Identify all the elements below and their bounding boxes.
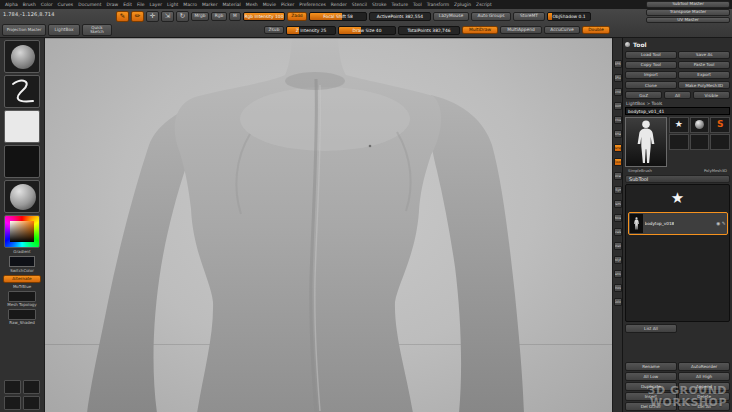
double-button[interactable]: Double (582, 26, 610, 35)
tray-thumbnail[interactable] (23, 380, 40, 394)
viewport-control-button[interactable]: Scale (614, 228, 622, 236)
lazymouse-button[interactable]: LazyMouse (433, 12, 469, 21)
objshadow-slider[interactable]: ObjShadow 0.1 (547, 12, 591, 21)
tray-thumbnail[interactable] (4, 380, 21, 394)
tool-file-button[interactable]: Make PolyMesh3D (678, 81, 730, 90)
lightbox-button[interactable]: LightBox (48, 24, 80, 36)
tray-thumbnail[interactable] (4, 396, 21, 410)
auto-groups-button[interactable]: Auto Groups (471, 12, 511, 21)
viewport-control-button[interactable]: Frame (614, 200, 622, 208)
menu-item[interactable]: Mesh (246, 2, 258, 7)
tool-file-button[interactable]: Import (625, 71, 677, 80)
list-all-button[interactable]: List All (625, 324, 677, 333)
tray-item-thumbnail[interactable] (8, 291, 36, 302)
menu-item[interactable]: Curves (58, 2, 74, 7)
viewport-control-button[interactable]: Zoom (614, 102, 622, 110)
menu-item[interactable]: Alpha (5, 2, 18, 7)
menu-item[interactable]: Picker (281, 2, 294, 7)
menu-item[interactable]: File (137, 2, 145, 7)
tray-item-thumbnail[interactable] (8, 309, 36, 320)
menu-item[interactable]: Light (167, 2, 178, 7)
subtool-action-button[interactable]: Rename (625, 362, 677, 371)
menu-item[interactable]: Color (41, 2, 53, 7)
viewport-control-button[interactable]: Ghost (614, 284, 622, 292)
quick-pick-empty[interactable] (710, 134, 730, 150)
viewport-control-button[interactable]: SPix (614, 74, 622, 82)
quick-pick-polymesh-star[interactable]: ★ (669, 117, 689, 133)
draw-size-slider[interactable]: Draw Size 40 (338, 26, 396, 35)
visibility-eye-icon[interactable]: ◉ (716, 221, 720, 226)
current-stroke-thumbnail[interactable] (4, 75, 40, 108)
menu-item[interactable]: Draw (107, 2, 119, 7)
quick-pick-empty[interactable] (690, 134, 710, 150)
viewport-control-button[interactable]: L.Sym (614, 186, 622, 194)
accucurve-button[interactable]: AccuCurve (544, 26, 580, 35)
viewport-control-button[interactable]: Transp (614, 270, 622, 278)
move-button[interactable]: ✛ (146, 11, 159, 22)
subtool-action-button[interactable]: AutoReorder (678, 362, 730, 371)
menu-item[interactable]: Tool (413, 2, 422, 7)
viewport-control-button[interactable]: Solo (614, 298, 622, 306)
zadd-button[interactable]: Zadd (287, 12, 307, 21)
zplugin-button[interactable]: Transpose Master (646, 9, 730, 16)
menu-item[interactable]: Layer (150, 2, 163, 7)
menu-item[interactable]: Zscript (476, 2, 492, 7)
tool-file-button[interactable]: Paste Tool (678, 61, 730, 70)
projection-master-button[interactable]: Projection Master (2, 24, 46, 36)
menu-item[interactable]: Zplugin (454, 2, 471, 7)
menu-item[interactable]: Marker (202, 2, 218, 7)
zplugin-button[interactable]: SubTool Master (646, 1, 730, 8)
menu-item[interactable]: Edit (123, 2, 132, 7)
zsub-button[interactable]: Zsub (264, 26, 284, 35)
tool-file-button[interactable]: Copy Tool (625, 61, 677, 70)
alternate-button[interactable]: Alternate (3, 275, 41, 283)
storemt-button[interactable]: StoreMT (513, 12, 545, 21)
current-texture-thumbnail[interactable] (4, 145, 40, 178)
current-color-swatch[interactable] (9, 256, 35, 267)
viewport-control-button[interactable]: Rotate (614, 242, 622, 250)
menu-item[interactable]: Macro (183, 2, 197, 7)
menu-item[interactable]: Preferences (299, 2, 325, 7)
current-tool-thumbnail[interactable] (625, 117, 667, 167)
viewport-control-button[interactable]: Move (614, 214, 622, 222)
sculpt-viewport[interactable] (45, 38, 612, 412)
quick-pick-empty[interactable] (669, 134, 689, 150)
menu-item[interactable]: Transform (427, 2, 449, 7)
multiappend-button[interactable]: MultiAppend (500, 26, 542, 35)
tray-item[interactable]: Raw_Shaded (8, 309, 36, 325)
tray-thumbnail[interactable] (23, 396, 40, 410)
goz-button[interactable]: All (664, 91, 691, 100)
tray-item[interactable]: Mesh Topology (7, 291, 36, 307)
viewport-control-button[interactable]: Local (614, 172, 622, 180)
viewport-control-button[interactable]: Actual (614, 116, 622, 124)
current-alpha-thumbnail[interactable] (4, 110, 40, 143)
rotate-button[interactable]: ↻ (176, 11, 189, 22)
focal-shift-slider[interactable]: Focal Shift 58 (309, 12, 367, 21)
rgb-button[interactable]: Rgb (211, 12, 227, 21)
tool-file-button[interactable]: Export (678, 71, 730, 80)
tool-file-button[interactable]: Load Tool (625, 51, 677, 60)
viewport-control-button[interactable]: BPR (614, 60, 622, 68)
menu-item[interactable]: Stencil (352, 2, 367, 7)
current-brush-thumbnail[interactable] (4, 40, 40, 73)
viewport-control-button[interactable]: AAHalf (614, 130, 622, 138)
goz-button[interactable]: GoZ (625, 91, 662, 100)
quick-sketch-button[interactable]: Quick Sketch (82, 24, 112, 36)
zplugin-button[interactable]: UV Master (646, 17, 730, 24)
viewport-control-button[interactable]: Scroll (614, 88, 622, 96)
subtool-item-star[interactable]: ★ (628, 187, 728, 211)
z-intensity-slider[interactable]: Z Intensity 25 (286, 26, 336, 35)
saturation-value-square[interactable] (10, 221, 34, 242)
multidraw-button[interactable]: MultiDraw (462, 26, 498, 35)
quick-pick-sphere[interactable] (690, 117, 710, 133)
menu-item[interactable]: Stroke (372, 2, 386, 7)
edit-button[interactable]: ✎ (116, 11, 129, 22)
tool-file-button[interactable]: Clone (625, 81, 677, 90)
subtool-section-header[interactable]: SubTool (625, 175, 730, 183)
draw-button[interactable]: ✏ (131, 11, 144, 22)
color-picker[interactable] (4, 215, 40, 248)
goz-button[interactable]: Visible (693, 91, 730, 100)
lightbox-tools-link[interactable]: LightBox > Tools (625, 101, 730, 106)
menu-item[interactable]: Material (222, 2, 240, 7)
menu-item[interactable]: Render (331, 2, 347, 7)
